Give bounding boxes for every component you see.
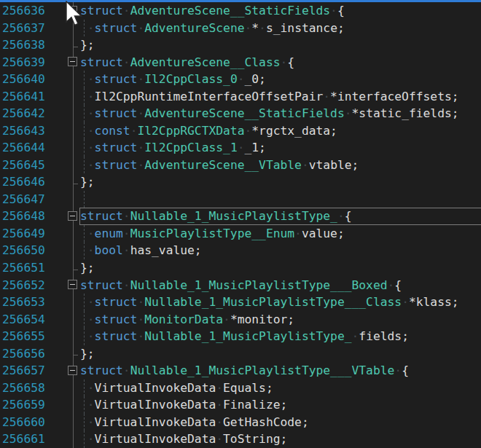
fold-toggle-icon[interactable] [68,57,77,66]
whitespace-dots: · [80,415,95,429]
whitespace-dot: · [123,363,130,377]
code-text[interactable]: ·struct·Il2CppClass_0·_0; [80,71,481,88]
code-text[interactable]: ·VirtualInvokeData·Finalize; [80,396,481,414]
code-text[interactable]: ·struct·MonitorData·*monitor; [80,311,481,329]
indent-guide [84,431,85,448]
code-line[interactable]: 256650 ·bool·has_value; [0,242,481,259]
keyword-token: struct [80,4,123,17]
code-line[interactable]: 256653 ·struct·Nullable_1_MusicPlaylistT… [0,294,481,311]
code-text[interactable]: ·struct·AdventureScene__StaticFields·*st… [80,105,481,122]
code-line[interactable]: 256656}; [0,345,481,363]
indent-guide [84,396,85,414]
fold-toggle-icon[interactable] [68,366,77,375]
indent-guide [84,294,85,311]
type-token: AdventureScene__StaticFields [130,4,330,17]
code-line[interactable]: 256639struct·AdventureScene__Class·{ [0,54,481,71]
code-text[interactable]: struct·Nullable_1_MusicPlaylistType_·{ [80,208,481,225]
line-number: 256657 [0,362,47,380]
code-text[interactable]: }; [80,259,481,277]
code-line[interactable]: 256638}; [0,36,481,54]
keyword-token: struct [95,141,138,154]
code-line[interactable]: 256646}; [0,173,481,191]
code-line[interactable]: 256655 ·struct·Nullable_1_MusicPlaylistT… [0,328,481,345]
folding-margin [47,105,80,122]
code-line[interactable]: 256647 [0,191,481,208]
indent-guide [84,328,85,345]
code-token: s_instance; [266,21,345,35]
code-text[interactable]: ·VirtualInvokeData·ToString; [80,431,481,448]
code-token: has_value; [130,243,202,257]
code-text[interactable]: ·struct·Nullable_1_MusicPlaylistType_·fi… [80,328,481,345]
code-token: ToString; [223,432,287,446]
code-token: vtable; [309,158,359,172]
code-line[interactable]: 256640 ·struct·Il2CppClass_0·_0; [0,71,481,88]
code-line[interactable]: 256642 ·struct·AdventureScene__StaticFie… [0,105,481,122]
code-text[interactable]: }; [80,173,481,191]
code-line[interactable]: 256643 ·const·Il2CppRGCTXData·*rgctx_dat… [0,122,481,140]
code-line[interactable]: 256645 ·struct·AdventureScene__VTable·vt… [0,157,481,174]
whitespace-dots: · [80,106,95,120]
code-text[interactable]: ·struct·Il2CppClass_1·_1; [80,139,481,157]
code-text[interactable]: struct·Nullable_1_MusicPlaylistType___VT… [80,362,481,380]
whitespace-dot: · [388,278,395,292]
code-line[interactable]: 256660 ·VirtualInvokeData·GetHashCode; [0,414,481,431]
type-token: Il2CppClass_1 [144,141,237,154]
folding-margin [47,36,80,54]
type-token: MusicPlaylistType__Enum [130,227,294,240]
keyword-token: struct [95,106,138,120]
whitespace-dot: · [123,227,130,240]
code-line[interactable]: 256649 ·enum·MusicPlaylistType__Enum·val… [0,225,481,243]
code-token: GetHashCode; [223,415,309,429]
indent-guide [84,380,85,397]
code-line[interactable]: 256654 ·struct·MonitorData·*monitor; [0,311,481,329]
code-line[interactable]: 256641 ·Il2CppRuntimeInterfaceOffsetPair… [0,88,481,106]
code-line[interactable]: 256651}; [0,259,481,277]
indent-guide [84,88,85,106]
line-number: 256636 [0,2,47,20]
code-line[interactable]: 256657struct·Nullable_1_MusicPlaylistTyp… [0,362,481,380]
folding-margin [47,139,80,157]
fold-end-tick [73,36,78,47]
code-token: }; [80,261,95,275]
code-text[interactable]: ·VirtualInvokeData·Equals; [80,380,481,397]
code-text[interactable]: ·struct·Nullable_1_MusicPlaylistType___C… [80,294,481,311]
code-token: * [251,21,259,35]
indent-guide [84,105,85,122]
whitespace-dot: · [130,124,138,138]
fold-toggle-icon[interactable] [68,211,77,221]
code-text[interactable]: struct·AdventureScene__StaticFields·{ [80,2,481,20]
code-line[interactable]: 256659 ·VirtualInvokeData·Finalize; [0,396,481,414]
indent-guide [84,242,85,259]
whitespace-dot: · [394,363,402,377]
code-line[interactable]: 256652struct·Nullable_1_MusicPlaylistTyp… [0,277,481,294]
whitespace-dots: · [80,432,95,446]
whitespace-dot: · [345,106,352,120]
code-text[interactable]: }; [80,36,481,54]
whitespace-dots: · [80,158,95,172]
type-token: AdventureScene__VTable [144,158,302,172]
code-text[interactable]: ·Il2CppRuntimeInterfaceOffsetPair·*inter… [80,88,481,106]
code-text[interactable]: ·struct·AdventureScene·*·s_instance; [80,20,481,37]
fold-toggle-icon[interactable] [68,280,77,289]
code-line[interactable]: 256658 ·VirtualInvokeData·Equals; [0,380,481,397]
code-text[interactable]: struct·Nullable_1_MusicPlaylistType___Bo… [80,277,481,294]
fold-end-tick [73,259,78,270]
code-text[interactable]: ·VirtualInvokeData·GetHashCode; [80,414,481,431]
code-text[interactable]: ·bool·has_value; [80,242,481,259]
fold-end-tick [73,345,78,356]
code-token: value; [302,227,345,240]
folding-margin [47,414,80,431]
code-text[interactable]: ·enum·MusicPlaylistType__Enum·value; [80,225,481,243]
whitespace-dots: · [80,295,95,309]
code-text[interactable]: struct·AdventureScene__Class·{ [80,54,481,71]
code-text[interactable]: }; [80,345,481,363]
code-text[interactable]: ·struct·AdventureScene__VTable·vtable; [80,157,481,174]
code-text[interactable] [80,191,481,208]
code-line[interactable]: 256661 ·VirtualInvokeData·ToString; [0,431,481,448]
code-line[interactable]: 256648struct·Nullable_1_MusicPlaylistTyp… [0,208,481,225]
code-line[interactable]: 256644 ·struct·Il2CppClass_1·_1; [0,139,481,157]
code-text[interactable]: ·const·Il2CppRGCTXData·*rgctx_data; [80,122,481,140]
keyword-token: struct [95,329,138,343]
type-token: Nullable_1_MusicPlaylistType_ [144,329,351,343]
whitespace-dot: · [323,90,330,103]
